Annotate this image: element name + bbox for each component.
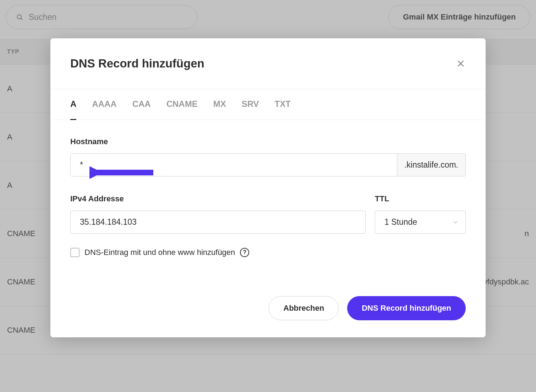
record-type-tabs: A AAAA CAA CNAME MX SRV TXT xyxy=(50,89,486,120)
hostname-input[interactable] xyxy=(71,154,397,176)
submit-button[interactable]: DNS Record hinzufügen xyxy=(347,296,466,320)
tab-txt[interactable]: TXT xyxy=(275,99,291,120)
cancel-button[interactable]: Abbrechen xyxy=(269,296,339,320)
add-dns-record-modal: DNS Record hinzufügen A AAAA CAA CNAME M… xyxy=(50,38,486,337)
close-icon xyxy=(456,59,465,68)
ttl-label: TTL xyxy=(375,194,466,203)
tab-mx[interactable]: MX xyxy=(213,99,226,120)
modal-title: DNS Record hinzufügen xyxy=(70,57,204,70)
close-button[interactable] xyxy=(456,59,466,69)
modal-header: DNS Record hinzufügen xyxy=(50,38,486,89)
www-checkbox-label: DNS-Eintrag mit und ohne www hinzufügen xyxy=(84,248,235,257)
modal-body: Hostname .kinstalife.com. IPv4 Addresse … xyxy=(50,120,486,268)
tab-aaaa[interactable]: AAAA xyxy=(92,99,116,120)
modal-footer: Abbrechen DNS Record hinzufügen xyxy=(50,268,486,337)
www-checkbox[interactable] xyxy=(70,248,80,257)
tab-a[interactable]: A xyxy=(70,99,76,120)
ipv4-label: IPv4 Addresse xyxy=(70,194,366,203)
tab-cname[interactable]: CNAME xyxy=(166,99,198,120)
tab-srv[interactable]: SRV xyxy=(242,99,259,120)
modal-overlay: DNS Record hinzufügen A AAAA CAA CNAME M… xyxy=(0,0,536,392)
www-checkbox-row: DNS-Eintrag mit und ohne www hinzufügen … xyxy=(70,248,466,257)
hostname-group: .kinstalife.com. xyxy=(70,153,466,176)
ipv4-input[interactable] xyxy=(70,211,366,234)
ttl-select[interactable] xyxy=(375,211,466,234)
tab-caa[interactable]: CAA xyxy=(132,99,151,120)
hostname-label: Hostname xyxy=(70,137,466,146)
help-icon[interactable]: ? xyxy=(240,248,249,257)
hostname-suffix: .kinstalife.com. xyxy=(397,154,465,176)
